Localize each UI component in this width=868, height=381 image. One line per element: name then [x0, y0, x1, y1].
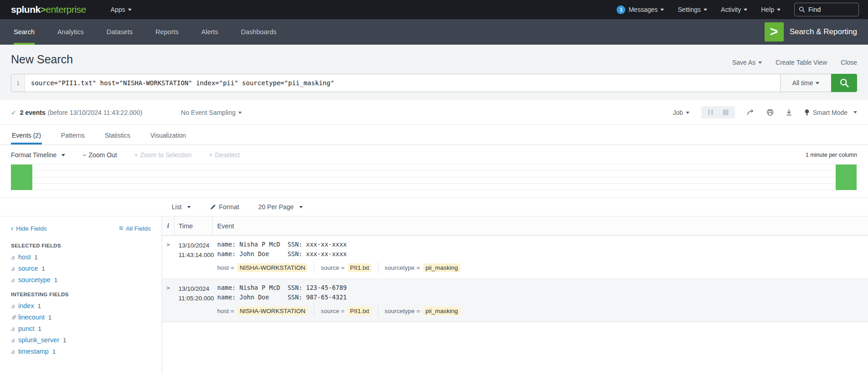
field-host[interactable]: ahost1	[11, 253, 151, 261]
fields-sidebar: ‹Hide Fields ≡All Fields SELECTED FIELDS…	[0, 216, 162, 373]
per-page-menu[interactable]: 20 Per Page	[258, 203, 303, 211]
top-bar: splunk>enterprise Apps 1 Messages Settin…	[0, 0, 868, 19]
timeline-bar[interactable]	[11, 165, 32, 190]
nav-item-alerts[interactable]: Alerts	[201, 19, 218, 45]
tab-events[interactable]: Events (2)	[11, 125, 42, 144]
interesting-fields-title: INTERESTING FIELDS	[11, 292, 151, 297]
event-time: 13/10/2024 11:05:20.000	[174, 283, 213, 316]
all-fields-button[interactable]: ≡All Fields	[119, 225, 151, 232]
splunk-logo[interactable]: splunk>enterprise	[11, 4, 86, 15]
hide-fields-button[interactable]: ‹Hide Fields	[11, 225, 47, 232]
tab-statistics[interactable]: Statistics	[104, 125, 131, 144]
activity-menu[interactable]: Activity	[721, 6, 747, 13]
help-menu[interactable]: Help	[761, 6, 781, 13]
caret-down-icon	[660, 9, 664, 11]
nav-item-analytics[interactable]: Analytics	[57, 19, 84, 45]
event-field-source: source =PII1.txt	[321, 307, 371, 315]
field-sourcetype[interactable]: asourcetype1	[11, 276, 151, 283]
apps-menu[interactable]: Apps	[111, 6, 132, 13]
event-timeline-chart[interactable]	[11, 164, 857, 190]
field-divider	[378, 262, 378, 273]
job-menu[interactable]: Job	[673, 109, 689, 116]
messages-count-badge: 1	[617, 5, 625, 14]
share-button[interactable]	[747, 109, 755, 116]
search-query-input[interactable]: source="PII1.txt" host="NISHA-WORKSTATIO…	[25, 74, 780, 92]
x-icon: ×	[209, 151, 213, 159]
tab-visualization[interactable]: Visualization	[149, 125, 187, 144]
find-input[interactable]	[808, 6, 854, 13]
pencil-icon	[210, 204, 216, 210]
caret-down-icon	[187, 206, 191, 208]
caret-down-icon	[744, 9, 747, 11]
export-button[interactable]	[786, 109, 792, 116]
results-toolbar: List Format 20 Per Page	[0, 197, 868, 216]
event-sampling-menu[interactable]: No Event Sampling	[181, 109, 242, 116]
caret-down-icon	[238, 112, 242, 114]
timeline-bar[interactable]	[836, 165, 857, 190]
print-icon	[766, 109, 774, 116]
print-button[interactable]	[766, 109, 774, 116]
settings-menu[interactable]: Settings	[678, 6, 707, 13]
run-search-button[interactable]	[831, 74, 857, 92]
create-table-view-button[interactable]: Create Table View	[776, 59, 827, 66]
field-source[interactable]: asource1	[11, 265, 151, 272]
plus-icon: +	[134, 151, 138, 159]
nav-item-reports[interactable]: Reports	[155, 19, 179, 45]
field-punct[interactable]: apunct1	[11, 325, 151, 332]
zoom-out-button[interactable]: −Zoom Out	[82, 151, 117, 159]
caret-down-icon	[777, 9, 781, 11]
list-icon: ≡	[119, 225, 123, 232]
field-type-icon: a	[11, 348, 18, 355]
caret-down-icon	[816, 82, 819, 84]
list-view-menu[interactable]: List	[172, 203, 191, 211]
deselect-button[interactable]: ×Deselect	[209, 151, 240, 159]
field-timestamp[interactable]: atimestamp1	[11, 348, 151, 355]
time-range-picker[interactable]: All time	[780, 74, 831, 92]
caret-down-icon	[128, 9, 132, 11]
find-search-box[interactable]	[794, 3, 859, 16]
job-status-bar: ✓ 2 events (before 13/10/2024 11:43:22.0…	[0, 100, 868, 125]
expand-event-icon[interactable]: >	[162, 283, 174, 316]
app-nav-bar: Search Analytics Datasets Reports Alerts…	[0, 19, 868, 45]
caret-down-icon	[758, 62, 762, 64]
timeline-controls: Format Timeline −Zoom Out +Zoom to Selec…	[0, 145, 868, 163]
zoom-to-selection-button[interactable]: +Zoom to Selection	[134, 151, 192, 159]
caret-down-icon	[686, 112, 689, 114]
pause-icon[interactable]	[708, 109, 714, 115]
field-index[interactable]: aindex1	[11, 302, 151, 309]
event-count: 2 events	[20, 109, 46, 116]
stop-icon[interactable]	[723, 109, 729, 115]
format-timeline-menu[interactable]: Format Timeline	[11, 151, 65, 159]
field-linecount[interactable]: #linecount1	[11, 314, 151, 321]
messages-menu[interactable]: 1 Messages	[617, 5, 664, 14]
search-mode-menu[interactable]: Smart Mode	[804, 109, 857, 116]
expand-event-icon[interactable]: >	[162, 240, 174, 273]
event-raw-text: name: John Doe SSN: 987-65-4321	[217, 293, 868, 302]
column-event: Event	[213, 216, 868, 235]
column-time: Time	[174, 216, 213, 235]
field-divider	[314, 262, 314, 273]
job-playback-controls	[701, 106, 735, 118]
event-raw-text: name: Nisha P McD SSN: 123-45-6789	[217, 283, 868, 293]
events-table-header: i Time Event	[162, 216, 868, 236]
nav-item-search[interactable]: Search	[14, 19, 35, 45]
field-type-icon: a	[11, 302, 18, 309]
field-divider	[378, 305, 378, 316]
download-icon	[786, 109, 792, 116]
app-name: Search & Reporting	[790, 27, 857, 36]
search-icon	[799, 6, 805, 13]
search-query-box[interactable]: 1 source="PII1.txt" host="NISHA-WORKSTAT…	[11, 74, 780, 92]
tab-patterns[interactable]: Patterns	[60, 125, 86, 144]
nav-item-dashboards[interactable]: Dashboards	[241, 19, 276, 45]
job-done-check-icon: ✓	[11, 109, 16, 116]
close-button[interactable]: Close	[841, 59, 857, 66]
lightbulb-icon	[804, 109, 810, 116]
format-menu[interactable]: Format	[210, 203, 239, 211]
event-row: > 13/10/2024 11:43:14.000 name: Nisha P …	[162, 236, 868, 279]
save-as-button[interactable]: Save As	[732, 59, 762, 66]
splunk-app-icon: >	[765, 22, 784, 41]
field-splunk-server[interactable]: asplunk_server1	[11, 336, 151, 344]
field-type-icon: a	[11, 336, 18, 344]
nav-item-datasets[interactable]: Datasets	[107, 19, 133, 45]
page-header: New Search Save As Create Table View Clo…	[0, 45, 868, 100]
